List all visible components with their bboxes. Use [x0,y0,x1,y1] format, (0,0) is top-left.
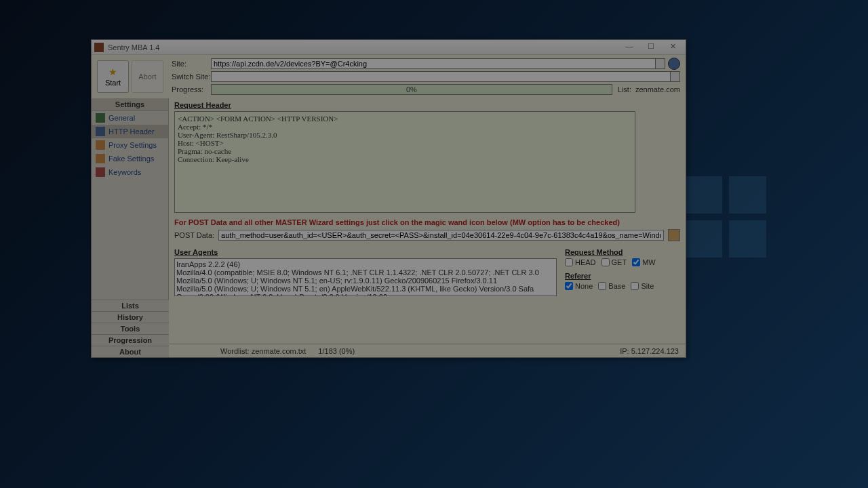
cb-mw[interactable]: MW [632,258,656,266]
sidebar-item-general[interactable]: General [92,111,168,125]
cb-none[interactable]: None [565,282,593,290]
sidebar: Settings General HTTP Header Proxy Setti… [92,98,169,344]
user-agents-list[interactable]: IranApps 2.2.2 (46) Mozilla/4.0 (compati… [174,258,557,296]
maximize-button[interactable]: ☐ [641,42,661,53]
sidebar-item-fake[interactable]: Fake Settings [92,152,168,165]
sidebar-item-httpheader[interactable]: HTTP Header [92,125,168,138]
request-header-input[interactable]: <ACTION> <FORM ACTION> <HTTP VERSION> Ac… [174,111,635,213]
progress-label: Progress: [172,85,211,94]
star-icon: ★ [108,66,117,77]
status-progress: 1/183 (0%) [318,347,355,355]
status-ip: IP: 5.127.224.123 [620,347,679,355]
list-item[interactable]: Opera/9.80 (Windows NT 6.0; U; en) Prest… [176,293,555,296]
cb-site[interactable]: Site [631,282,654,290]
titlebar[interactable]: Sentry MBA 1.4 — ☐ ✕ [92,40,686,55]
http-icon [96,127,105,136]
list-item[interactable]: IranApps 2.2.2 (46) [176,260,555,268]
cb-head[interactable]: HEAD [565,258,596,266]
sidebar-header: Settings [92,98,168,111]
sidebar-item-proxy[interactable]: Proxy Settings [92,138,168,152]
hint-text: For POST Data and all other MASTER Wizar… [174,218,680,226]
wordlist-label: Wordlist: zenmate.com.txt [220,347,306,355]
switch-input[interactable] [211,71,671,82]
gear-icon [96,113,105,123]
minimize-button[interactable]: — [619,42,639,53]
postdata-input[interactable] [218,230,664,241]
abort-button[interactable]: Abort [132,60,163,93]
switch-label: Switch Site: [172,73,211,81]
postdata-label: POST Data: [174,231,214,239]
list-item[interactable]: Mozilla/5.0 (Windows; U; Windows NT 5.1;… [176,285,555,293]
nav-tools[interactable]: Tools [92,323,169,334]
nav-history[interactable]: History [92,311,169,323]
list-item[interactable]: Mozilla/5.0 (Windows; U; Windows NT 5.1;… [176,277,555,285]
wand-icon[interactable] [668,229,680,241]
nav-about[interactable]: About [92,346,169,357]
toolbar: ★ Start Abort Site: Switch Site: Progres… [92,55,686,98]
switch-dropdown[interactable] [671,71,680,82]
request-method-title: Request Method [565,248,680,256]
start-button[interactable]: ★ Start [97,60,129,93]
go-button[interactable] [668,58,680,70]
list-value: zenmate.com [635,85,680,94]
proxy-icon [96,140,105,150]
app-window: Sentry MBA 1.4 — ☐ ✕ ★ Start Abort Site:… [91,39,686,358]
close-button[interactable]: ✕ [663,42,683,53]
fake-icon [96,154,105,163]
main-panel: Request Header <ACTION> <FORM ACTION> <H… [169,98,686,344]
nav-progression[interactable]: Progression [92,334,169,346]
cb-get[interactable]: GET [601,258,627,266]
site-label: Site: [172,60,211,68]
progress-bar: 0% [211,84,612,95]
status-bar: Wordlist: zenmate.com.txt 1/183 (0%) IP:… [92,344,686,357]
app-icon [94,43,104,52]
site-dropdown[interactable] [656,58,665,69]
keywords-icon [96,167,105,177]
list-label: List: [618,85,631,94]
sidebar-item-keywords[interactable]: Keywords [92,165,168,179]
site-input[interactable] [211,58,656,69]
list-item[interactable]: Mozilla/4.0 (compatible; MSIE 8.0; Windo… [176,268,555,277]
cb-base[interactable]: Base [598,282,625,290]
user-agents-title: User Agents [174,248,557,256]
nav-lists[interactable]: Lists [92,300,169,311]
request-header-title: Request Header [174,101,680,109]
referer-title: Referer [565,272,680,280]
window-title: Sentry MBA 1.4 [108,43,618,52]
